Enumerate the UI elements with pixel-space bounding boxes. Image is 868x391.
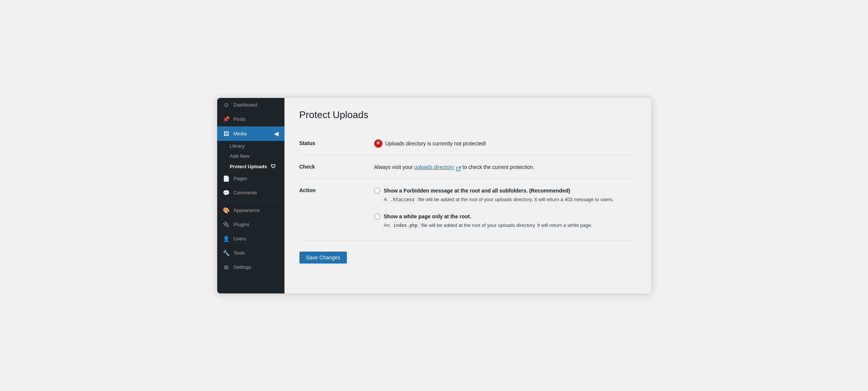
check-value: Always visit your uploads directory to c…: [374, 163, 636, 171]
sidebar-item-label: Posts: [234, 116, 246, 122]
sidebar-item-label: Users: [234, 236, 246, 241]
pages-icon: 📄: [223, 175, 230, 182]
action-forbidden-desc-suffix: file will be added at the root of your u…: [418, 197, 614, 202]
status-row: Status Uploads directory is currently no…: [299, 132, 636, 156]
action-row: Action Show a Forbidden message at the r…: [299, 179, 636, 240]
chevron-right-icon: ◀: [274, 130, 278, 137]
save-row: Save Changes: [299, 240, 636, 264]
check-prefix: Always visit your: [374, 164, 413, 170]
sidebar-item-comments[interactable]: 💬 Comments: [217, 186, 284, 200]
external-link-icon: [456, 165, 461, 170]
action-value: Show a Forbidden message at the root and…: [374, 187, 636, 232]
status-value: Uploads directory is currently not prote…: [374, 139, 636, 148]
action-forbidden-code: .htaccess: [388, 196, 417, 203]
action-whitepage-desc-prefix: An: [384, 222, 390, 228]
sidebar-item-label: Comments: [234, 190, 257, 196]
sidebar-item-dashboard[interactable]: ⊙ Dashboard: [217, 98, 284, 112]
action-forbidden-label-block: Show a Forbidden message at the root and…: [384, 187, 614, 203]
appearance-icon: 🎨: [223, 207, 230, 214]
check-label: Check: [299, 163, 374, 171]
action-forbidden-desc: A .htaccess file will be added at the ro…: [384, 196, 614, 204]
sidebar-item-users[interactable]: 👤 Users: [217, 232, 284, 246]
check-suffix: to check the current protection.: [462, 164, 534, 170]
sidebar-subitem-add-new[interactable]: Add New: [217, 151, 284, 161]
sidebar-item-tools[interactable]: 🔧 Tools: [217, 246, 284, 260]
sidebar-item-label: Settings: [234, 264, 251, 270]
tools-icon: 🔧: [223, 250, 230, 256]
sidebar-item-media[interactable]: 🖼 Media ◀: [217, 126, 284, 141]
sidebar-item-label: Tools: [234, 250, 245, 256]
action-forbidden-desc-prefix: A: [384, 197, 387, 202]
sidebar-item-plugins[interactable]: 🔌 Plugins: [217, 218, 284, 232]
settings-icon: ⊞: [223, 264, 230, 271]
app-window: ⊙ Dashboard 📌 Posts 🖼 Media ◀ Library Ad…: [217, 98, 651, 293]
sidebar-item-settings[interactable]: ⊞ Settings: [217, 260, 284, 274]
sidebar-item-label: Pages: [234, 176, 247, 181]
users-icon: 👤: [223, 235, 230, 242]
sidebar-item-pages[interactable]: 📄 Pages: [217, 172, 284, 186]
action-whitepage-label[interactable]: Show a white page only at the root.: [384, 212, 592, 221]
uploads-directory-link[interactable]: uploads directory: [414, 164, 454, 170]
sidebar-item-posts[interactable]: 📌 Posts: [217, 112, 284, 126]
media-submenu: Library Add New Protect Uploads 🛡: [217, 141, 284, 172]
sidebar: ⊙ Dashboard 📌 Posts 🖼 Media ◀ Library Ad…: [217, 98, 284, 293]
plugins-icon: 🔌: [223, 221, 230, 228]
action-whitepage-label-block: Show a white page only at the root. An i…: [384, 212, 592, 229]
sidebar-item-label: Media: [234, 131, 247, 136]
sidebar-subitem-protect-uploads[interactable]: Protect Uploads 🛡: [217, 161, 284, 172]
sidebar-item-label: Dashboard: [234, 102, 258, 108]
divider: [217, 201, 284, 202]
dashboard-icon: ⊙: [223, 102, 230, 108]
action-option-forbidden: Show a Forbidden message at the root and…: [374, 187, 636, 203]
main-content: Protect Uploads Status Uploads directory…: [284, 98, 651, 293]
action-forbidden-label[interactable]: Show a Forbidden message at the root and…: [384, 187, 614, 195]
action-option-whitepage: Show a white page only at the root. An i…: [374, 212, 636, 229]
posts-icon: 📌: [223, 116, 230, 123]
action-forbidden-radio[interactable]: [374, 188, 380, 194]
media-icon: 🖼: [223, 130, 230, 137]
comments-icon: 💬: [223, 190, 230, 196]
save-button[interactable]: Save Changes: [299, 252, 347, 264]
action-label: Action: [299, 187, 374, 232]
action-whitepage-desc: An index.php file will be added at the r…: [384, 222, 592, 230]
action-whitepage-radio[interactable]: [374, 213, 380, 219]
action-whitepage-desc-suffix: file will be added at the root of your u…: [421, 222, 592, 228]
action-whitepage-code: index.php: [391, 222, 420, 229]
page-title: Protect Uploads: [299, 109, 636, 121]
check-row: Check Always visit your uploads director…: [299, 156, 636, 179]
error-icon: [374, 139, 382, 148]
sidebar-item-appearance[interactable]: 🎨 Appearance: [217, 203, 284, 218]
action-radio-group: Show a Forbidden message at the root and…: [374, 187, 636, 232]
status-error: Uploads directory is currently not prote…: [374, 139, 636, 148]
error-text: Uploads directory is currently not prote…: [385, 139, 486, 148]
sidebar-item-label: Appearance: [234, 207, 260, 213]
sidebar-subitem-library[interactable]: Library: [217, 141, 284, 151]
status-label: Status: [299, 139, 374, 148]
shield-icon: 🛡: [271, 163, 276, 169]
sidebar-item-label: Plugins: [234, 222, 250, 227]
